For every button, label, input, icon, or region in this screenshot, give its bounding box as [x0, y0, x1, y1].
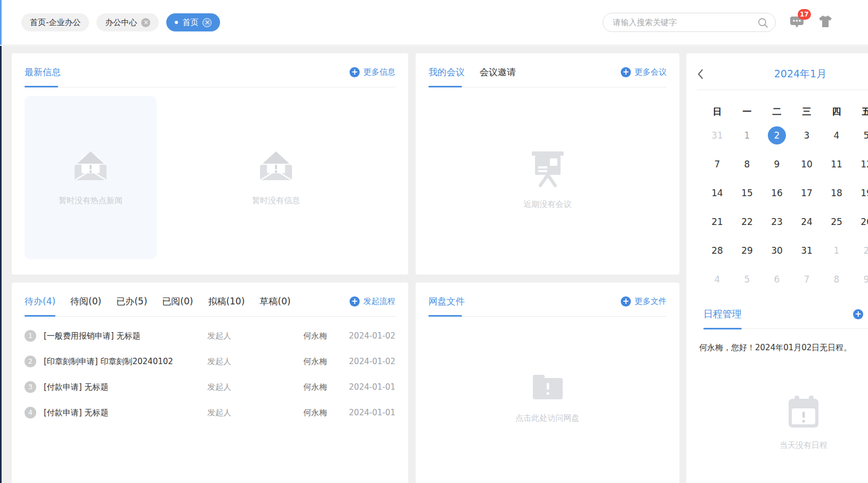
todo-item-initiator-name: 何永梅 — [303, 357, 348, 367]
nav-tab-首页[interactable]: 首页× — [166, 13, 220, 31]
chat-bubble-icon — [790, 20, 804, 30]
calendar-day[interactable]: 9 — [762, 150, 792, 179]
tab-latest-info[interactable]: 最新信息 — [25, 66, 61, 78]
more-meetings-label: 更多会议 — [635, 67, 667, 77]
netdisk-empty-state[interactable]: 点击此处访问网盘 — [416, 317, 679, 479]
messages-button[interactable]: 17 — [790, 15, 804, 30]
todo-item-initiator-name: 何永梅 — [303, 408, 348, 418]
calendar-grid: 3112345678910111213141516171819202122232… — [686, 121, 868, 294]
todo-item[interactable]: 3[付款申请] 无标题发起人何永梅2024-01-01 — [25, 374, 395, 400]
tab-todo-4[interactable]: 拟稿(10) — [208, 295, 245, 308]
meeting-empty-state: 近期没有会议 — [416, 87, 679, 270]
todo-item[interactable]: 2[印章刻制申请] 印章刻制20240102发起人何永梅2024-01-02 — [25, 349, 395, 374]
calendar-day[interactable]: 5 — [851, 121, 868, 150]
close-icon[interactable]: × — [141, 18, 150, 27]
tab-meeting-0[interactable]: 我的会议 — [428, 66, 465, 78]
calendar-week-row: 14151617181920 — [702, 179, 868, 207]
nav-tabs: 首页-企业办公办公中心×首页× — [21, 13, 220, 31]
close-icon[interactable]: × — [202, 18, 212, 27]
calendar-day-number: 16 — [771, 188, 783, 198]
calendar-day[interactable]: 30 — [762, 236, 792, 265]
calendar-day[interactable]: 1 — [822, 236, 851, 265]
calendar-day-number: 17 — [801, 188, 813, 198]
calendar-day[interactable]: 31 — [792, 236, 822, 265]
calendar-day[interactable]: 19 — [851, 179, 868, 207]
calendar-day[interactable]: 21 — [702, 207, 732, 236]
calendar-day[interactable]: 22 — [732, 207, 762, 236]
calendar-day[interactable]: 16 — [762, 179, 792, 207]
todo-item-number-badge: 3 — [25, 381, 36, 393]
netdisk-panel: 网盘文件 + 更多文件 点击此处访问网盘 — [416, 283, 679, 483]
nav-tab-label: 首页 — [182, 18, 198, 28]
more-info-link[interactable]: + 更多信息 — [350, 67, 395, 77]
calendar-week-row: 45678910 — [702, 265, 868, 294]
todo-list: 1[一般费用报销申请] 无标题发起人何永梅2024-01-022[印章刻制申请]… — [12, 317, 408, 425]
calendar-day[interactable]: 31 — [702, 121, 732, 150]
calendar-day[interactable]: 7 — [792, 265, 822, 294]
calendar-day[interactable]: 2 — [851, 236, 868, 265]
add-schedule-button[interactable]: + — [853, 309, 863, 319]
calendar-day[interactable]: 18 — [822, 179, 851, 207]
tab-meeting-1[interactable]: 会议邀请 — [480, 66, 516, 78]
calendar-day[interactable]: 17 — [792, 179, 822, 207]
calendar-day[interactable]: 26 — [851, 207, 868, 236]
todo-item[interactable]: 1[一般费用报销申请] 无标题发起人何永梅2024-01-02 — [25, 323, 395, 349]
search-icon[interactable] — [757, 17, 769, 31]
todo-item-number-badge: 1 — [25, 330, 36, 342]
tab-todo-3[interactable]: 已阅(0) — [162, 295, 193, 308]
search-input[interactable] — [613, 18, 749, 27]
todo-item-title[interactable]: [一般费用报销申请] 无标题 — [44, 331, 207, 341]
start-workflow-link[interactable]: + 发起流程 — [350, 296, 395, 307]
info-empty-state: 暂时没有信息 — [252, 150, 300, 206]
calendar-day[interactable]: 10 — [792, 150, 822, 179]
nav-tab-首页-企业办公[interactable]: 首页-企业办公 — [21, 13, 89, 31]
calendar-day[interactable]: 11 — [822, 150, 851, 179]
calendar-day-selected[interactable]: 2 — [762, 121, 792, 150]
calendar-day[interactable]: 5 — [732, 265, 762, 294]
calendar-day[interactable]: 14 — [702, 179, 732, 207]
calendar-day[interactable]: 1 — [732, 121, 762, 150]
todo-tabs: 待办(4)待阅(0)已办(5)已阅(0)拟稿(10)草稿(0) — [25, 295, 290, 308]
tab-todo-2[interactable]: 已办(5) — [116, 295, 147, 308]
calendar-day[interactable]: 8 — [732, 150, 762, 179]
nav-tab-办公中心[interactable]: 办公中心× — [96, 13, 159, 31]
tab-todo-0[interactable]: 待办(4) — [25, 295, 55, 308]
calendar-day[interactable]: 4 — [822, 121, 851, 150]
calendar-day-number: 9 — [774, 159, 780, 170]
calendar-weekday: 日 — [702, 102, 732, 121]
tab-todo-1[interactable]: 待阅(0) — [70, 295, 101, 308]
calendar-day[interactable]: 7 — [702, 150, 732, 179]
calendar-day[interactable]: 9 — [851, 265, 868, 294]
calendar-day[interactable]: 24 — [792, 207, 822, 236]
more-meetings-link[interactable]: + 更多会议 — [621, 67, 667, 77]
calendar-day[interactable]: 4 — [702, 265, 732, 294]
calendar-day-number: 21 — [711, 216, 723, 227]
hot-news-empty-card[interactable]: 暂时没有热点新闻 — [25, 96, 157, 259]
calendar-day[interactable]: 15 — [732, 179, 762, 207]
todo-item-title[interactable]: [付款申请] 无标题 — [44, 382, 207, 392]
calendar-prev-month-button[interactable] — [697, 69, 710, 79]
search-box[interactable] — [603, 13, 776, 32]
tab-todo-5[interactable]: 草稿(0) — [259, 295, 290, 308]
todo-item[interactable]: 4[付款申请] 无标题发起人何永梅2024-01-01 — [25, 400, 395, 425]
todo-item-initiator-label: 发起人 — [207, 408, 303, 418]
calendar-day[interactable]: 6 — [762, 265, 792, 294]
todo-item-number-badge: 2 — [25, 356, 36, 367]
calendar-day[interactable]: 8 — [822, 265, 851, 294]
todo-item-title[interactable]: [印章刻制申请] 印章刻制20240102 — [44, 357, 207, 367]
topbar: 首页-企业办公办公中心×首页× 17 — [0, 0, 868, 45]
calendar-day[interactable]: 12 — [851, 150, 868, 179]
calendar-day[interactable]: 23 — [762, 207, 792, 236]
calendar-schedule-panel: 2024年1月 日一二三四五六 311234567891011121314151… — [686, 53, 868, 483]
calendar-day[interactable]: 3 — [792, 121, 822, 150]
calendar-month-title: 2024年1月 — [710, 67, 868, 81]
todo-item-title[interactable]: [付款申请] 无标题 — [44, 408, 207, 418]
theme-shirt-icon[interactable] — [818, 14, 833, 30]
calendar-day[interactable]: 29 — [732, 236, 762, 265]
more-files-link[interactable]: + 更多文件 — [621, 296, 667, 307]
calendar-day[interactable]: 28 — [702, 236, 732, 265]
calendar-day[interactable]: 25 — [822, 207, 851, 236]
meeting-tabs: 我的会议会议邀请 — [428, 66, 516, 78]
tab-netdisk-files[interactable]: 网盘文件 — [428, 295, 465, 308]
calendar-weekday: 五 — [851, 102, 868, 121]
